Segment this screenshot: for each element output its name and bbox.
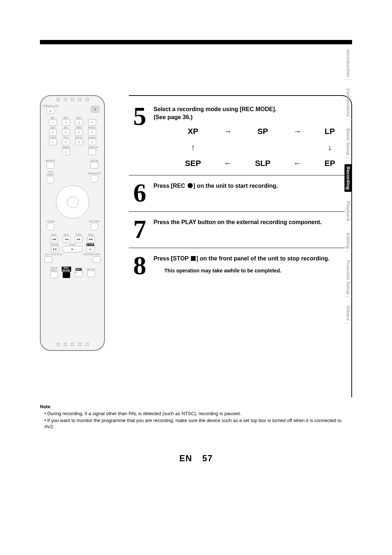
mode-cycle-diagram: XP → SP → LP ↑ ↓ SEP ← SLP ← (175, 126, 345, 169)
step-number: 7 (129, 218, 151, 241)
step-number: 8 (129, 254, 151, 278)
tab-playback[interactable]: Playback (344, 199, 352, 224)
remote-body: OPEN/CLOSE▲ ⏻ @/:1 ABC2 DEF3 ∧ GHI4 JKL5… (40, 95, 105, 351)
label-open-close: OPEN/CLOSE (42, 105, 59, 107)
page-number: EN57 (40, 453, 352, 463)
page-content: OPEN/CLOSE▲ ⏻ @/:1 ABC2 DEF3 ∧ GHI4 JKL5… (40, 40, 352, 431)
tab-introduction[interactable]: Introduction (344, 47, 352, 80)
step-number: 5 (129, 105, 151, 128)
remote-illustration: OPEN/CLOSE▲ ⏻ @/:1 ABC2 DEF3 ∧ GHI4 JKL5… (40, 95, 114, 351)
label-rec-highlight: REC (75, 268, 82, 271)
footnote-block: Note During recording, if a signal other… (40, 404, 352, 430)
keypad: @/:1 ABC2 DEF3 ∧ GHI4 JKL5 MNO6 PROG.∨ P… (41, 114, 104, 157)
note-heading: Note (40, 404, 352, 409)
step8-subnote: This operation may take awhile to be com… (164, 267, 345, 274)
header-rule (40, 40, 352, 44)
note-item: During recording, if a signal other than… (44, 411, 352, 417)
arrow-right-icon: → (294, 126, 302, 137)
section-tabs: Introduction Connections Basic Setup Rec… (344, 47, 352, 323)
step-6: 6 Press [REC ] on the unit to start reco… (129, 175, 345, 211)
step-7: 7 Press the PLAY button on the external … (129, 211, 345, 248)
label-stop-highlight: STOP (86, 243, 94, 246)
record-icon (188, 183, 193, 188)
tab-editing[interactable]: Editing (344, 231, 352, 251)
step5-text: Select a recording mode using [REC MODE]… (154, 105, 345, 113)
steps-panel: 5 Select a recording mode using [REC MOD… (129, 95, 352, 397)
arrow-down-icon: ↓ (328, 142, 332, 153)
tab-basic-setup[interactable]: Basic Setup (344, 126, 352, 158)
note-item: If you want to monitor the programme tha… (44, 418, 352, 430)
step5-ref: (See page 36.) (154, 113, 345, 121)
arrow-up-icon: ↑ (191, 142, 195, 153)
step-5: 5 Select a recording mode using [REC MOD… (129, 103, 345, 175)
step-8: 8 Press [STOP ] on the front panel of th… (129, 248, 345, 284)
btn-power: ⏻ (91, 106, 99, 113)
tab-recording[interactable]: Recording (344, 164, 352, 192)
main-row: OPEN/CLOSE▲ ⏻ @/:1 ABC2 DEF3 ∧ GHI4 JKL5… (40, 95, 352, 397)
arrow-left-icon: ← (294, 158, 302, 169)
tab-connections[interactable]: Connections (344, 86, 352, 119)
arrow-right-icon: → (224, 126, 232, 137)
step-number: 6 (129, 181, 151, 205)
dpad (56, 185, 89, 219)
label-recmode-highlight: REC MODE (62, 267, 71, 272)
btn-eject: ▲ (46, 107, 54, 114)
stop-icon (191, 256, 196, 261)
step7-text: Press the PLAY button on the external re… (154, 218, 345, 226)
tab-function-setup[interactable]: Function Setup (344, 258, 352, 297)
tab-others[interactable]: Others (344, 303, 352, 323)
arrow-left-icon: ← (224, 158, 232, 169)
